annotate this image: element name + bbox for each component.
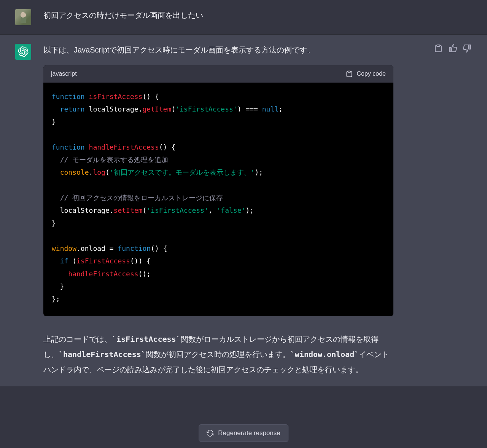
explanation-text: 関数が初回アクセス時の処理を行います。 [146, 350, 290, 359]
assistant-message-content: 以下は、JavaScriptで初回アクセス時にモーダル画面を表示する方法の例です… [43, 44, 393, 377]
assistant-message-row: 以下は、JavaScriptで初回アクセス時にモーダル画面を表示する方法の例です… [0, 35, 487, 386]
explanation-text: 上記のコードでは、 [43, 335, 112, 343]
message-actions [434, 44, 472, 53]
svg-rect-0 [348, 71, 350, 72]
thumbs-up-icon[interactable] [448, 44, 457, 53]
user-avatar [15, 9, 31, 25]
svg-rect-1 [437, 45, 440, 46]
assistant-explanation: 上記のコードでは、`isFirstAccess`関数がローカルストレージから初回… [43, 332, 393, 377]
clipboard-icon [345, 70, 353, 78]
assistant-avatar [15, 44, 31, 60]
user-message-text: 初回アクセスの時だけモーダル画面を出したい [43, 9, 393, 25]
inline-code: `window.onload` [290, 350, 359, 359]
copy-code-button[interactable]: Copy code [345, 69, 386, 79]
inline-code: `isFirstAccess` [112, 335, 181, 344]
code-block-header: javascript Copy code [43, 65, 393, 83]
openai-logo-icon [18, 46, 29, 57]
code-content[interactable]: function isFirstAccess() { return localS… [43, 83, 393, 316]
copy-code-label: Copy code [357, 69, 386, 79]
thumbs-down-icon[interactable] [463, 44, 472, 53]
clipboard-icon[interactable] [434, 44, 443, 53]
inline-code: `handleFirstAccess` [59, 350, 146, 359]
user-message-row: 初回アクセスの時だけモーダル画面を出したい [0, 0, 487, 35]
code-language-label: javascript [51, 69, 77, 79]
code-block: javascript Copy code function isFirstAcc… [43, 65, 393, 316]
assistant-intro-text: 以下は、JavaScriptで初回アクセス時にモーダル画面を表示する方法の例です… [43, 44, 393, 56]
